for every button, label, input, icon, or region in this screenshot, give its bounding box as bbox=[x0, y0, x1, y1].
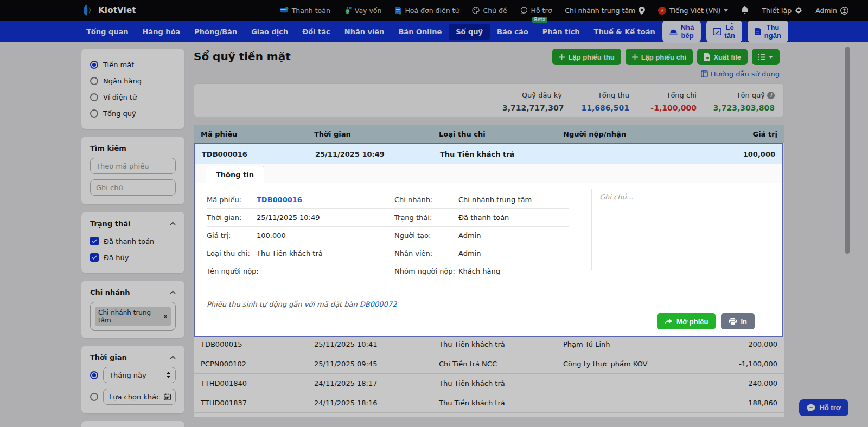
export-file-button[interactable]: Xuất file bbox=[697, 49, 748, 65]
status-option-da-huy[interactable]: Đã hủy bbox=[90, 249, 176, 266]
field-value: Đã thanh toán bbox=[458, 214, 509, 222]
expanded-row-detail: TDB000016 25/11/2025 10:49 Thu Tiền khác… bbox=[194, 143, 783, 337]
status-option-da-thanh-toan[interactable]: Đã thanh toán bbox=[90, 233, 176, 249]
fund-option-vi-dien-tu[interactable]: Ví điện tử bbox=[90, 89, 176, 105]
search-card-title: Tìm kiếm bbox=[90, 144, 126, 152]
chevron-up-icon[interactable] bbox=[170, 290, 176, 294]
search-card: Tìm kiếm bbox=[81, 137, 184, 204]
nav-ban-online[interactable]: Bán Online bbox=[391, 24, 449, 40]
settings-button[interactable]: Thiết lập bbox=[762, 7, 802, 15]
search-note-input[interactable] bbox=[90, 179, 176, 196]
menu-loan[interactable]: ₫ Vay vốn bbox=[343, 7, 382, 15]
cell-time: 24/11/2025 18:16 bbox=[307, 399, 432, 407]
col-gia-tri[interactable]: Giá trị bbox=[735, 130, 784, 138]
branch-card: Chi nhánh Chi nhánh trung tâm bbox=[81, 281, 184, 338]
table-row[interactable]: PCPN000102 25/11/2025 09:45 Chi Tiền trả… bbox=[194, 354, 784, 374]
menu-loan-label: Vay vốn bbox=[355, 7, 382, 15]
col-ma-phieu[interactable]: Mã phiếu bbox=[194, 130, 307, 138]
tab-thong-tin[interactable]: Thông tin bbox=[206, 166, 264, 183]
table-row[interactable]: TDB000015 25/11/2025 10:41 Thu Tiền khác… bbox=[194, 335, 784, 354]
nav-phong-ban[interactable]: Phòng/Bàn bbox=[187, 24, 244, 40]
create-receipt-button[interactable]: Lập phiếu thu bbox=[552, 49, 621, 65]
reception-label: Lễ tân bbox=[724, 23, 735, 40]
time-preset-select[interactable]: Tháng này bbox=[103, 367, 176, 383]
booking-code-link[interactable]: DB000072 bbox=[360, 300, 397, 308]
user-menu[interactable]: Admin bbox=[815, 7, 848, 15]
radio-checked-icon bbox=[90, 61, 98, 69]
print-button[interactable]: In bbox=[721, 313, 755, 329]
table-row-selected[interactable]: TDB000016 25/11/2025 10:49 Thu Tiền khác… bbox=[195, 144, 782, 164]
view-options-button[interactable] bbox=[752, 49, 780, 65]
status-card: Trạng thái Đã thanh toán Đã hủy bbox=[81, 212, 184, 273]
remove-tag-icon[interactable] bbox=[163, 314, 168, 319]
stat-label: Tổng thu bbox=[598, 91, 629, 99]
page-scrollbar[interactable] bbox=[845, 47, 850, 254]
palette-icon bbox=[472, 7, 480, 14]
nav-giao-dich[interactable]: Giao dịch bbox=[244, 24, 295, 40]
creator-card: Người tạo bbox=[81, 421, 184, 427]
menu-payment[interactable]: Thanh toán bbox=[280, 7, 330, 15]
page-body: Tiền mặt Ngân hàng Ví điện tử Tổng quỹ T bbox=[0, 42, 868, 427]
cell-amount: 100,000 bbox=[736, 150, 782, 158]
settings-label: Thiết lập bbox=[762, 7, 792, 15]
menu-support[interactable]: Hỗ trợ Beta bbox=[520, 7, 552, 15]
voucher-code-link[interactable]: TDB000016 bbox=[257, 196, 302, 204]
branch-selector[interactable]: Chi nhánh trung tâm bbox=[565, 7, 645, 15]
kitchen-button[interactable]: Nhà bếp bbox=[662, 20, 701, 43]
kiotviet-logo[interactable]: KiotViet bbox=[81, 4, 136, 17]
branch-multiselect[interactable]: Chi nhánh trung tâm bbox=[90, 302, 176, 331]
radio-icon[interactable] bbox=[90, 393, 98, 401]
nav-hang-hoa[interactable]: Hàng hóa bbox=[135, 24, 187, 40]
radio-checked-icon[interactable] bbox=[90, 371, 98, 379]
notifications-button[interactable] bbox=[741, 6, 749, 15]
field-value: Admin bbox=[458, 249, 481, 257]
col-loai-thu-chi[interactable]: Loại thu chi bbox=[432, 130, 556, 138]
field-label: Chi nhánh: bbox=[394, 196, 458, 204]
page: KiotViet Thanh toán ₫ Vay vốn Hoá đơn đi… bbox=[0, 0, 868, 427]
nav-thue-ke-toan[interactable]: Thuế & Kế toán bbox=[587, 24, 662, 40]
search-code-input[interactable] bbox=[90, 158, 176, 174]
fund-option-tong-quy[interactable]: Tổng quỹ bbox=[90, 105, 176, 121]
col-thoi-gian[interactable]: Thời gian bbox=[307, 130, 432, 138]
time-custom-picker[interactable]: Lựa chọn khác bbox=[103, 389, 176, 405]
page-title: Sổ quỹ tiền mặt bbox=[194, 50, 291, 63]
user-guide-link[interactable]: Hướng dẫn sử dụng bbox=[701, 70, 780, 78]
nav-phan-tich[interactable]: Phân tích bbox=[535, 24, 587, 40]
support-fab-button[interactable]: Hỗ trợ bbox=[799, 399, 848, 416]
gear-icon bbox=[795, 7, 802, 14]
create-payment-label: Lập phiếu chi bbox=[641, 53, 687, 61]
fund-option-ngan-hang[interactable]: Ngân hàng bbox=[90, 73, 176, 89]
nav-bao-cao[interactable]: Báo cáo bbox=[490, 24, 535, 40]
stat-label: Quỹ đầu kỳ bbox=[522, 91, 562, 99]
branch-card-title: Chi nhánh bbox=[90, 288, 130, 296]
user-avatar-icon bbox=[840, 7, 848, 15]
fund-option-tien-mat[interactable]: Tiền mặt bbox=[90, 56, 176, 73]
nav-doi-tac[interactable]: Đối tác bbox=[295, 24, 337, 40]
radio-icon bbox=[90, 77, 98, 85]
nav-so-quy[interactable]: Sổ quỹ bbox=[449, 24, 490, 40]
menu-theme[interactable]: Chủ đề bbox=[472, 7, 507, 15]
nav-nhan-vien[interactable]: Nhân viên bbox=[337, 24, 392, 40]
open-voucher-button[interactable]: Mở phiếu bbox=[657, 313, 716, 329]
chevron-up-icon[interactable] bbox=[170, 355, 176, 359]
cell-code: TDB000015 bbox=[194, 340, 307, 348]
nav-tong-quan[interactable]: Tổng quan bbox=[79, 24, 135, 40]
field-label: Trạng thái: bbox=[394, 214, 458, 222]
chevron-up-icon[interactable] bbox=[170, 222, 176, 225]
menu-einvoice[interactable]: Hoá đơn điện tử bbox=[394, 7, 459, 15]
table-row[interactable]: TTHD001837 24/11/2025 18:16 Thu Tiền khá… bbox=[194, 393, 784, 413]
vietnam-flag-icon: ★ bbox=[658, 7, 666, 15]
ghi-chu-input[interactable]: Ghi chú... bbox=[591, 189, 774, 270]
calendar-icon bbox=[164, 393, 171, 400]
radio-icon bbox=[90, 93, 98, 101]
field-value: Chi nhánh trung tâm bbox=[458, 196, 532, 204]
status-card-title: Trạng thái bbox=[90, 219, 130, 228]
cashier-button[interactable]: Thu ngân bbox=[748, 20, 788, 43]
language-selector[interactable]: ★ Tiếng Việt (VN) bbox=[658, 7, 728, 15]
table-row[interactable]: TTHD001840 24/11/2025 18:17 Thu Tiền khá… bbox=[194, 374, 784, 393]
create-payment-button[interactable]: Lập phiếu chi bbox=[626, 49, 693, 65]
col-nguoi-nop-nhan[interactable]: Người nộp/nhận bbox=[556, 130, 735, 138]
calendar-check-icon bbox=[713, 28, 721, 35]
reception-button[interactable]: Lễ tân bbox=[706, 20, 742, 43]
info-icon[interactable]: i bbox=[767, 92, 775, 99]
